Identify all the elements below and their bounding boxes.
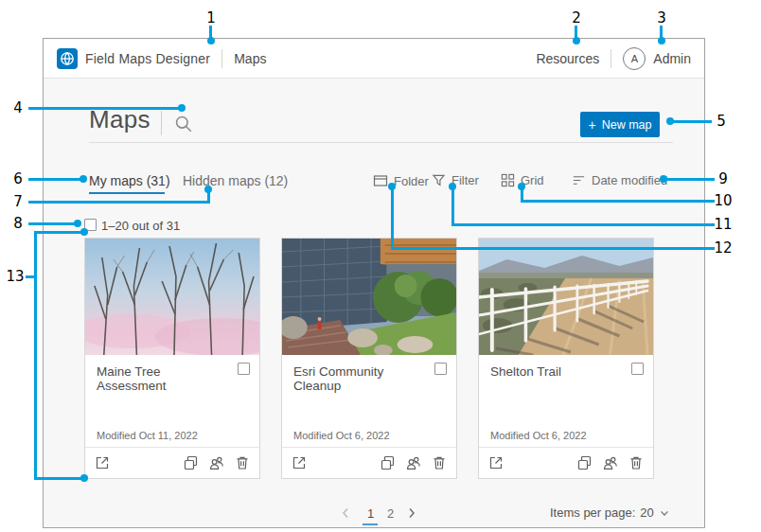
grid-icon bbox=[501, 173, 515, 187]
callout-number-10: 10 bbox=[714, 192, 732, 209]
header-separator bbox=[221, 49, 222, 68]
map-card-checkbox[interactable] bbox=[631, 363, 644, 375]
callout-number-5: 5 bbox=[717, 113, 726, 130]
callout-line bbox=[34, 477, 84, 480]
map-card-checkbox[interactable] bbox=[434, 363, 447, 375]
open-map-icon[interactable] bbox=[488, 455, 504, 470]
share-group-icon[interactable] bbox=[209, 455, 224, 470]
callout-dot bbox=[573, 37, 580, 44]
filter-icon bbox=[432, 173, 446, 187]
map-card-footer bbox=[282, 447, 456, 478]
sort-label: Date modified bbox=[592, 173, 667, 187]
callout-number-13: 13 bbox=[6, 268, 24, 285]
open-map-icon[interactable] bbox=[95, 455, 110, 470]
callout-dot bbox=[518, 183, 525, 190]
map-card-checkbox[interactable] bbox=[238, 363, 250, 375]
callout-number-4: 4 bbox=[13, 99, 23, 116]
map-card[interactable]: Esri Community Cleanup Modified Oct 6, 2… bbox=[281, 238, 457, 479]
callout-dot bbox=[74, 220, 81, 227]
page-1-button[interactable]: 1 bbox=[367, 506, 374, 521]
items-per-page-value: 20 bbox=[640, 505, 653, 520]
nav-maps[interactable]: Maps bbox=[234, 51, 266, 66]
map-thumbnail-esri-community-cleanup[interactable] bbox=[282, 239, 456, 355]
callout-line bbox=[664, 178, 715, 181]
callout-dot bbox=[449, 183, 456, 190]
share-group-icon[interactable] bbox=[603, 455, 618, 470]
callout-number-9: 9 bbox=[718, 170, 728, 187]
map-card-footer bbox=[479, 447, 653, 478]
chevron-left-icon[interactable] bbox=[341, 506, 350, 520]
map-thumbnail-shelton-trail[interactable] bbox=[479, 239, 653, 355]
items-per-page-select[interactable]: Items per page: 20 bbox=[550, 505, 670, 520]
map-thumbnail-maine-tree-assessment[interactable] bbox=[85, 239, 259, 355]
selection-range-label: 1–20 out of 31 bbox=[101, 219, 180, 233]
callout-line bbox=[521, 200, 715, 203]
folder-label: Folder bbox=[394, 174, 429, 188]
search-icon[interactable] bbox=[174, 115, 193, 133]
callout-line bbox=[391, 186, 394, 250]
callout-number-11: 11 bbox=[714, 216, 732, 233]
new-map-label: New map bbox=[602, 118, 652, 132]
map-card-modified: Modified Oct 6, 2022 bbox=[293, 430, 390, 441]
callout-dot bbox=[658, 37, 665, 44]
open-map-icon[interactable] bbox=[292, 455, 307, 470]
callout-dot bbox=[666, 117, 674, 125]
callout-line bbox=[34, 231, 37, 480]
map-card-modified: Modified Oct 11, 2022 bbox=[97, 430, 198, 441]
items-per-page-label: Items per page: bbox=[550, 505, 635, 520]
callout-dot bbox=[388, 183, 396, 190]
callout-dot bbox=[80, 175, 87, 183]
callout-dot bbox=[80, 228, 88, 236]
chevron-right-icon[interactable] bbox=[407, 506, 416, 520]
chevron-down-icon bbox=[659, 507, 670, 519]
sort-button[interactable]: Date modified bbox=[572, 173, 667, 187]
tab-my-maps[interactable]: My maps (31) bbox=[89, 173, 170, 188]
app-title: Field Maps Designer bbox=[85, 51, 210, 66]
callout-line bbox=[451, 186, 454, 226]
callout-dot bbox=[178, 104, 186, 112]
callout-line bbox=[391, 247, 715, 250]
map-card-footer bbox=[85, 447, 259, 478]
avatar[interactable]: A bbox=[623, 47, 646, 70]
new-map-button[interactable]: + New map bbox=[580, 112, 660, 137]
callout-number-7: 7 bbox=[13, 193, 23, 210]
delete-icon[interactable] bbox=[628, 455, 644, 470]
map-card[interactable]: Shelton Trail Modified Oct 6, 2022 bbox=[478, 238, 654, 479]
active-page-underline bbox=[363, 523, 378, 525]
user-name[interactable]: Admin bbox=[653, 51, 691, 66]
callout-line bbox=[34, 231, 84, 234]
tab-hidden-maps[interactable]: Hidden maps (12) bbox=[183, 173, 288, 188]
callout-number-2: 2 bbox=[572, 9, 581, 27]
map-card-title: Maine Tree Assessment bbox=[97, 364, 229, 393]
callout-number-8: 8 bbox=[13, 215, 23, 232]
folder-button[interactable]: Folder bbox=[373, 173, 429, 188]
sort-icon bbox=[572, 173, 586, 187]
callout-line bbox=[28, 107, 182, 110]
duplicate-icon[interactable] bbox=[184, 455, 199, 470]
callout-number-3: 3 bbox=[657, 9, 666, 27]
callout-line bbox=[28, 178, 83, 181]
header-separator-right bbox=[611, 49, 611, 68]
share-group-icon[interactable] bbox=[406, 455, 421, 470]
callout-number-6: 6 bbox=[13, 170, 23, 187]
map-card[interactable]: Maine Tree Assessment Modified Oct 11, 2… bbox=[84, 238, 260, 479]
callout-number-1: 1 bbox=[206, 9, 216, 27]
delete-icon[interactable] bbox=[235, 455, 250, 470]
callout-line bbox=[670, 120, 712, 123]
active-tab-underline bbox=[89, 192, 165, 194]
callout-dot bbox=[660, 175, 667, 183]
callout-line bbox=[28, 222, 78, 225]
esri-logo bbox=[57, 48, 78, 69]
app-window: Field Maps Designer Maps Resources A Adm… bbox=[43, 38, 705, 528]
page-2-button[interactable]: 2 bbox=[387, 506, 394, 521]
title-separator bbox=[161, 111, 162, 135]
nav-resources[interactable]: Resources bbox=[536, 51, 599, 66]
delete-icon[interactable] bbox=[432, 455, 447, 470]
map-card-title: Esri Community Cleanup bbox=[293, 364, 426, 393]
duplicate-icon[interactable] bbox=[577, 455, 593, 470]
callout-line bbox=[451, 223, 715, 226]
callout-number-12: 12 bbox=[714, 239, 732, 257]
duplicate-icon[interactable] bbox=[380, 455, 396, 470]
map-card-modified: Modified Oct 6, 2022 bbox=[490, 430, 587, 441]
title-divider bbox=[89, 142, 673, 143]
